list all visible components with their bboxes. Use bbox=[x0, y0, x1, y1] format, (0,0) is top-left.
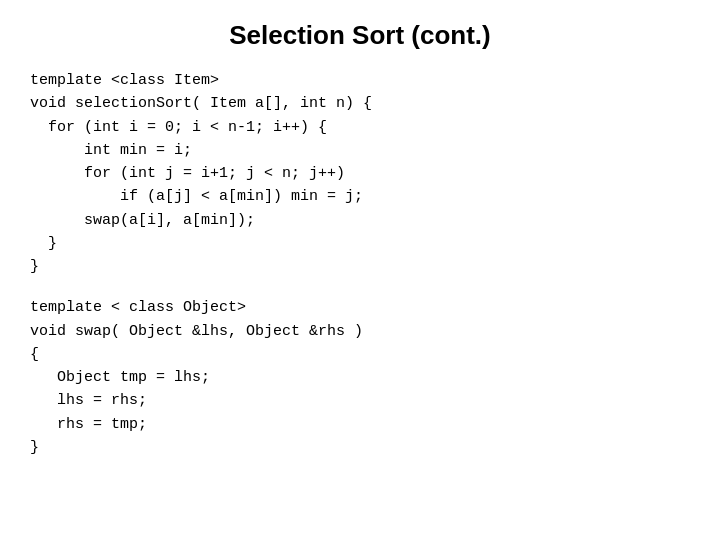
code-block-selection-sort: template <class Item> void selectionSort… bbox=[30, 69, 690, 278]
page-title: Selection Sort (cont.) bbox=[30, 20, 690, 51]
page-container: Selection Sort (cont.) template <class I… bbox=[0, 0, 720, 540]
code-block-swap: template < class Object> void swap( Obje… bbox=[30, 296, 690, 459]
spacer bbox=[30, 278, 690, 296]
